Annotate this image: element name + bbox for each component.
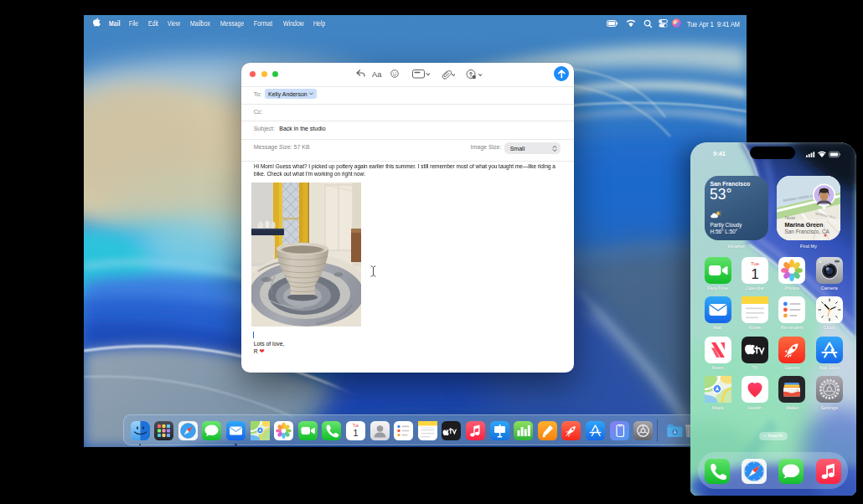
- svg-text:1: 1: [751, 265, 758, 280]
- svg-text:Tue: Tue: [353, 423, 359, 427]
- svg-text:1: 1: [353, 428, 358, 438]
